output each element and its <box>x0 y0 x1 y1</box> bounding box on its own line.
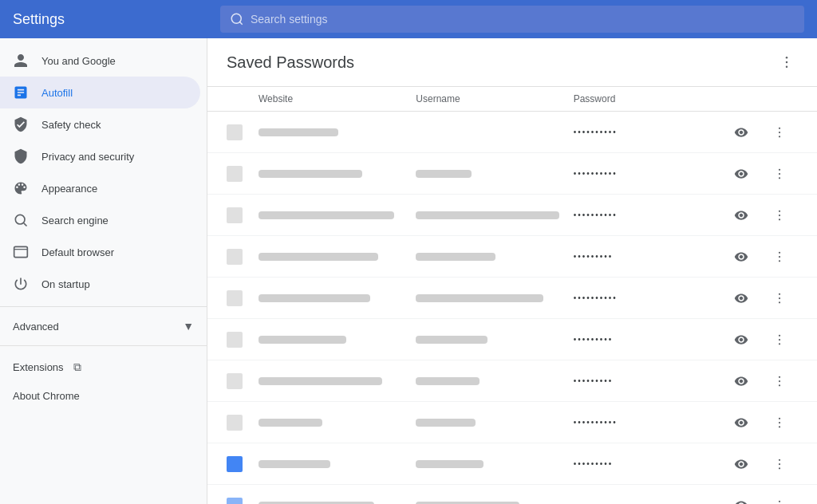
table-row[interactable]: •••••••••• <box>207 402 817 443</box>
row-more <box>769 163 798 184</box>
website-cell <box>259 336 416 344</box>
sidebar-item-extensions[interactable]: Extensions ⧉ <box>0 352 207 382</box>
table-row[interactable]: •••••••••• <box>207 153 817 195</box>
table-row[interactable]: •••••••••• <box>207 278 817 319</box>
sidebar-item-label: Search engine <box>41 215 109 226</box>
svg-point-15 <box>779 210 780 211</box>
password-dots: •••••••••• <box>574 128 618 136</box>
website-cell <box>259 253 416 261</box>
row-more-button[interactable] <box>769 246 790 267</box>
show-password-button[interactable] <box>731 288 752 309</box>
show-password-button[interactable] <box>731 495 752 505</box>
sidebar-item-you-and-google[interactable]: You and Google <box>0 45 200 77</box>
row-more-button[interactable] <box>769 122 790 143</box>
password-dots: •••••••••• <box>574 169 618 178</box>
sidebar-advanced[interactable]: Advanced ▼ <box>0 313 207 339</box>
row-more-button[interactable] <box>769 412 790 433</box>
username-cell <box>416 211 573 219</box>
table-row[interactable]: ••••••••• <box>207 360 817 402</box>
svg-point-30 <box>779 417 780 419</box>
svg-point-18 <box>779 251 780 253</box>
password-cell: ••••••••• <box>574 335 731 344</box>
show-password-button[interactable] <box>731 454 752 474</box>
show-password-button[interactable] <box>731 412 752 433</box>
shield-icon <box>13 116 29 132</box>
svg-point-11 <box>779 136 780 137</box>
about-chrome-label: About Chrome <box>13 390 80 402</box>
sidebar-divider <box>0 306 207 307</box>
username-cell <box>416 460 573 468</box>
row-actions <box>731 163 769 184</box>
website-cell <box>259 128 416 136</box>
search-bar[interactable] <box>220 6 804 33</box>
site-icon <box>227 290 259 306</box>
row-actions <box>731 495 769 505</box>
site-icon <box>227 498 259 505</box>
search-icon <box>230 12 244 26</box>
svg-point-17 <box>779 219 780 220</box>
table-row[interactable]: ••••••••• <box>207 319 817 360</box>
password-cell: ••••••••• <box>574 376 731 385</box>
svg-point-27 <box>779 376 780 377</box>
svg-point-0 <box>231 14 241 23</box>
username-cell <box>416 377 573 385</box>
privacy-icon <box>13 148 29 164</box>
sidebar-item-on-startup[interactable]: On startup <box>0 268 200 300</box>
show-password-button[interactable] <box>731 163 752 184</box>
show-password-button[interactable] <box>731 122 752 143</box>
sidebar-item-autofill[interactable]: Autofill <box>0 77 200 108</box>
row-more-button[interactable] <box>769 329 790 350</box>
row-more <box>769 288 798 309</box>
show-password-button[interactable] <box>731 329 752 350</box>
username-cell <box>416 502 573 505</box>
sidebar: You and Google Autofill Safety check Pri… <box>0 38 207 504</box>
chevron-down-icon: ▼ <box>183 320 194 333</box>
svg-point-34 <box>779 463 780 464</box>
table-row[interactable]: ••••••••• <box>207 485 817 504</box>
sidebar-item-safety-check[interactable]: Safety check <box>0 108 200 140</box>
sidebar-item-privacy[interactable]: Privacy and security <box>0 140 200 172</box>
advanced-label: Advanced <box>13 321 59 333</box>
sidebar-item-about-chrome[interactable]: About Chrome <box>0 382 207 410</box>
sidebar-item-default-browser[interactable]: Default browser <box>0 236 200 268</box>
row-more-button[interactable] <box>769 495 790 505</box>
password-dots: •••••••••• <box>574 418 618 427</box>
password-cell: •••••••••• <box>574 211 731 219</box>
svg-point-14 <box>779 177 780 179</box>
show-password-button[interactable] <box>731 371 752 392</box>
row-more <box>769 495 798 505</box>
table-row[interactable]: ••••••••• <box>207 443 817 485</box>
password-dots: ••••••••• <box>574 252 614 261</box>
row-more-button[interactable] <box>769 288 790 309</box>
website-cell <box>259 419 416 427</box>
svg-point-26 <box>779 343 780 345</box>
show-password-button[interactable] <box>731 205 752 226</box>
sidebar-item-appearance[interactable]: Appearance <box>0 172 200 204</box>
table-row[interactable]: •••••••••• <box>207 195 817 236</box>
site-icon <box>227 249 259 265</box>
table-row[interactable]: •••••••••• <box>207 112 817 153</box>
site-icon <box>227 415 259 431</box>
svg-point-2 <box>15 215 25 224</box>
row-more-button[interactable] <box>769 371 790 392</box>
svg-point-10 <box>779 131 780 132</box>
sidebar-item-label: On startup <box>41 278 90 290</box>
row-more-button[interactable] <box>769 454 790 474</box>
row-more-button[interactable] <box>769 205 790 226</box>
svg-point-36 <box>779 500 780 502</box>
person-icon <box>13 53 29 69</box>
row-actions <box>731 288 769 309</box>
row-more-button[interactable] <box>769 163 790 184</box>
table-header: Website Username Password <box>207 87 817 112</box>
svg-rect-4 <box>14 246 28 257</box>
website-cell <box>259 460 416 468</box>
search-input[interactable] <box>251 13 795 26</box>
row-more <box>769 246 798 267</box>
svg-point-9 <box>779 127 780 128</box>
sidebar-item-search-engine[interactable]: Search engine <box>0 204 200 236</box>
more-options-button[interactable] <box>776 51 798 73</box>
show-password-button[interactable] <box>731 246 752 267</box>
table-row[interactable]: ••••••••• <box>207 236 817 278</box>
svg-point-21 <box>779 293 780 294</box>
extensions-label: Extensions <box>13 361 64 373</box>
